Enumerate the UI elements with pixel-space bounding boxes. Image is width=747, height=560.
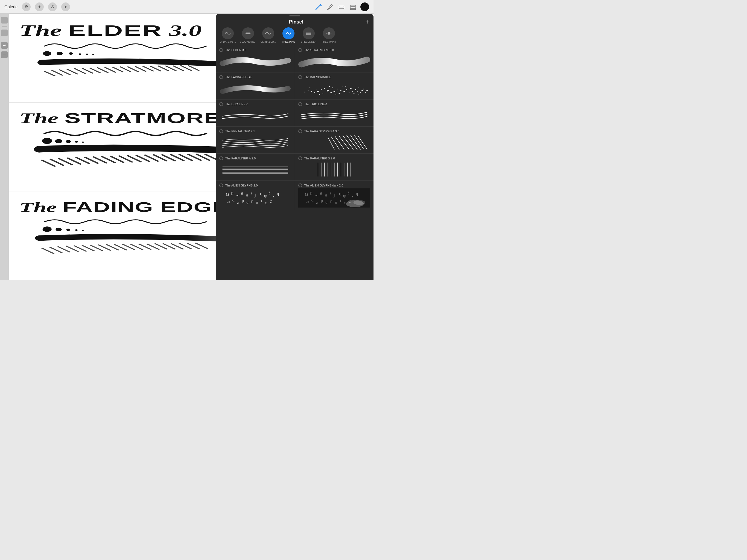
pencil-tool-icon[interactable] <box>314 3 323 11</box>
svg-text:∫: ∫ <box>333 193 335 198</box>
svg-point-85 <box>335 94 336 95</box>
brush-dot-duo <box>219 102 223 106</box>
svg-text:β: β <box>231 191 233 195</box>
brush-preview-elder <box>219 53 291 70</box>
brush-preview-alien-dark: Ωβ ∞θ ∂ε ∫φ ψζ ξη ωα λμ νρ στ υχ <box>298 188 370 207</box>
svg-point-68 <box>343 91 345 92</box>
brush-cell-stratmore[interactable]: The STRATMORE 3.0 <box>295 45 374 72</box>
brush-cell-alien-glyphs[interactable]: The ALIEN GLYPHS 2.0 Ωβ ∞θ ∂ε ∫φ ψζ ξη ω… <box>216 181 295 210</box>
brush-name-paraliner-b: The PARALINER B 2.0 <box>304 157 335 160</box>
panel-add-button[interactable]: + <box>365 19 369 25</box>
svg-rect-4 <box>339 6 344 9</box>
brush-name-trio: The TRIO LINER <box>304 103 327 106</box>
svg-rect-46 <box>246 32 251 34</box>
svg-text:λ: λ <box>237 200 239 205</box>
tab-freepaint[interactable]: FREE PAINT <box>319 27 338 43</box>
svg-point-71 <box>350 88 351 89</box>
brush-cell-paralinerb-header: The PARALINER B 2.0 <box>298 156 370 160</box>
eraser-tool-icon[interactable] <box>337 3 345 11</box>
sidebar-btn-redo[interactable]: → <box>1 51 8 58</box>
pen-tool-icon[interactable] <box>326 3 334 11</box>
svg-text:Ω: Ω <box>226 192 229 197</box>
svg-text:μ: μ <box>242 199 244 203</box>
svg-text:θ: θ <box>241 192 243 196</box>
sidebar-btn-1[interactable] <box>1 17 8 24</box>
panel-header: Pinsel + <box>216 17 374 27</box>
top-bar: Galerie ⚙ ✦ S ➤ <box>0 0 374 14</box>
svg-point-62 <box>332 87 333 88</box>
sidebar-btn-2[interactable] <box>1 29 8 36</box>
svg-line-91 <box>339 136 349 149</box>
svg-text:λ: λ <box>316 200 318 205</box>
brush-cell-paraliner-a[interactable]: The PARALINER A 2.0 <box>216 154 295 180</box>
svg-point-55 <box>316 89 316 90</box>
svg-point-78 <box>361 90 363 91</box>
brush-cell-elder[interactable]: The ELDER 3.0 <box>216 45 295 72</box>
color-swatch[interactable] <box>360 2 369 11</box>
brush-row-1: The ELDER 3.0 The STRATMORE 3.0 <box>216 45 374 73</box>
gallery-button[interactable]: Galerie <box>4 4 18 9</box>
brush-name-elder: The ELDER 3.0 <box>225 48 247 52</box>
svg-text:μ: μ <box>321 199 323 203</box>
svg-point-38 <box>75 229 78 231</box>
brush-dot-penta <box>219 129 223 133</box>
wrench-icon[interactable]: ⚙ <box>22 2 31 11</box>
layers-icon[interactable] <box>349 3 357 11</box>
brush-cell-paraliner-b[interactable]: The PARALINER B 2.0 <box>295 154 374 180</box>
tab-freeinks[interactable]: FREE INKS <box>279 27 298 43</box>
tab-ultrablo[interactable]: ULTRA BLO... <box>259 27 278 43</box>
svg-text:ε: ε <box>330 191 331 195</box>
tab-blockerd[interactable]: BLOCKER D... <box>238 27 258 43</box>
brush-preview-trio <box>298 107 370 124</box>
svg-point-82 <box>309 87 310 88</box>
tab-update02[interactable]: UPDATE 02-... <box>218 27 237 43</box>
svg-text:∫: ∫ <box>255 193 256 198</box>
svg-text:υ: υ <box>344 201 346 205</box>
magic-icon[interactable]: ✦ <box>35 2 44 11</box>
svg-point-36 <box>56 228 62 231</box>
transform-icon[interactable]: ➤ <box>61 2 70 11</box>
brush-cell-fading-edge[interactable]: The FADING EDGE <box>216 73 295 99</box>
brush-name-stratmore: The STRATMORE 3.0 <box>304 48 334 52</box>
brush-cell-trio-liner[interactable]: The TRIO LINER <box>295 100 374 126</box>
tab-speedliner[interactable]: SPEEDLINER <box>299 27 318 43</box>
brush-cell-sprinkle-header: The INK SPRINKLE <box>298 75 370 79</box>
svg-point-54 <box>314 92 315 93</box>
brush-cell-elder-header: The ELDER 3.0 <box>219 48 291 52</box>
svg-text:σ: σ <box>256 200 258 205</box>
sidebar-btn-undo[interactable]: ↩ <box>1 42 8 49</box>
tab-label-update02: UPDATE 02-... <box>220 41 236 43</box>
svg-line-90 <box>335 136 344 149</box>
brush-preview-penta <box>219 134 291 151</box>
top-bar-right <box>314 2 369 11</box>
brush-cell-duo-liner[interactable]: The DUO LINER <box>216 100 295 126</box>
svg-point-56 <box>317 91 318 92</box>
brush-dot-paraliner-a <box>219 156 223 160</box>
tab-circle-freeinks <box>282 27 294 40</box>
brush-cell-para-stripes[interactable]: The PARA STRIPES A 3.0 <box>295 127 374 153</box>
svg-point-72 <box>352 91 353 92</box>
brush-cell-ink-sprinkle[interactable]: The INK SPRINKLE <box>295 73 374 99</box>
tab-label-blockerd: BLOCKER D... <box>240 41 256 43</box>
brush-cell-paralinera-header: The PARALINER A 2.0 <box>219 156 291 160</box>
brush-cell-pentaliner[interactable]: The PENTALINER 2.1 <box>216 127 295 153</box>
smudge-icon[interactable]: S <box>48 2 57 11</box>
svg-point-11 <box>57 52 62 55</box>
svg-point-13 <box>79 53 81 55</box>
tab-label-speedliner: SPEEDLINER <box>301 41 316 43</box>
svg-rect-6 <box>350 5 356 6</box>
svg-point-59 <box>324 88 325 89</box>
svg-point-14 <box>86 54 88 55</box>
tab-label-ultrablo: ULTRA BLO... <box>261 41 276 43</box>
left-sidebar: ↩ → <box>0 14 9 280</box>
svg-point-64 <box>337 89 338 90</box>
brush-cell-penta-header: The PENTALINER 2.1 <box>219 129 291 133</box>
brush-dot-para-stripes <box>298 129 302 133</box>
brush-list: The ELDER 3.0 The STRATMORE 3.0 <box>216 45 374 280</box>
svg-point-51 <box>304 92 305 93</box>
svg-point-35 <box>43 226 52 232</box>
brush-preview-stratmore <box>298 53 370 70</box>
brush-preview-paraliner-b <box>298 161 370 178</box>
brush-cell-alien-glyphs-dark[interactable]: The ALIEN GLYPHS dark 2.0 Ωβ ∞θ ∂ε ∫φ ψζ… <box>295 181 374 210</box>
svg-point-27 <box>82 142 84 143</box>
